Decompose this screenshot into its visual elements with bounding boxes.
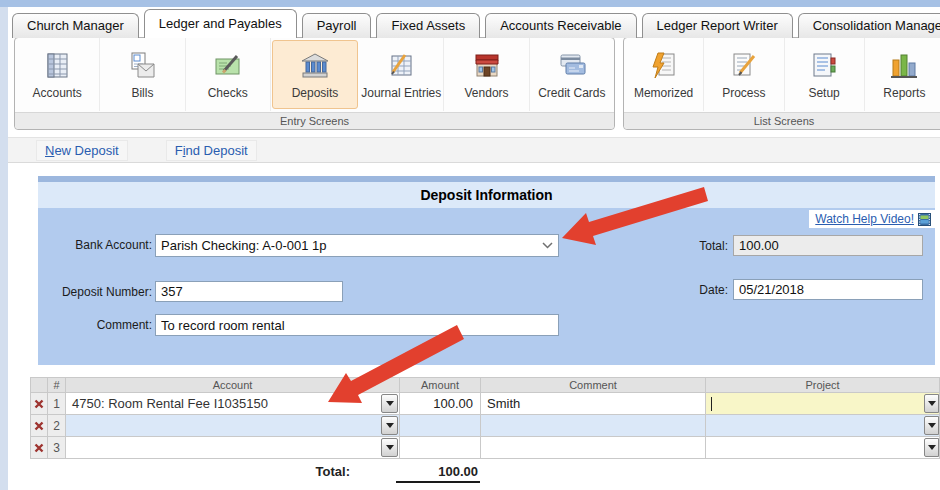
deposit-number-field[interactable] (155, 281, 343, 302)
bills-button-label: Bills (131, 86, 153, 100)
vendors-button[interactable]: Vendors (444, 38, 529, 111)
row1-amount-cell[interactable]: 100.00 (400, 393, 481, 415)
grid-header-row-number: # (48, 377, 66, 393)
deposit-number-label: Deposit Number: (38, 285, 152, 299)
total-field[interactable] (733, 235, 923, 256)
row2-amount-cell[interactable] (400, 415, 481, 437)
row1-account-cell[interactable]: 4750: Room Rental Fee I1035150 (66, 393, 400, 415)
deposit-information-panel: Deposit Information Watch Help Video! Ba… (38, 176, 935, 365)
grid-total-label: Total: (245, 464, 350, 479)
text-cursor (711, 397, 712, 411)
deposits-button-label: Deposits (292, 86, 339, 100)
grid-header-project: Project (706, 377, 940, 393)
row1-comment-cell[interactable]: Smith (481, 393, 706, 415)
row3-project-dropdown[interactable] (924, 438, 939, 457)
row1-delete-button[interactable] (30, 393, 48, 415)
accounts-button-label: Accounts (32, 86, 81, 100)
list-screens-caption: List Screens (624, 112, 940, 129)
checks-pen-icon (211, 51, 245, 81)
delete-x-icon (34, 399, 44, 409)
credit-cards-icon (555, 51, 589, 81)
row2-comment-cell[interactable] (481, 415, 706, 437)
entry-buttons-row: Accounts Bills Checks (15, 38, 614, 111)
dropdown-arrow-icon (928, 445, 936, 450)
reports-button-label: Reports (883, 86, 925, 100)
row1-comment-value: Smith (487, 396, 520, 411)
comment-field[interactable] (155, 314, 559, 336)
storefront-icon (470, 51, 504, 81)
row3-amount-cell[interactable] (400, 437, 481, 459)
accounts-button[interactable]: Accounts (15, 38, 100, 111)
row2-project-cell[interactable] (706, 415, 940, 437)
row2-account-cell[interactable] (66, 415, 400, 437)
vendors-button-label: Vendors (465, 86, 509, 100)
row2-delete-button[interactable] (30, 415, 48, 437)
journal-pencil-icon (384, 51, 418, 81)
entry-screens-caption: Entry Screens (15, 112, 614, 129)
tab-consolidation-manager[interactable]: Consolidation Manager (798, 13, 940, 38)
checks-button[interactable]: Checks (186, 38, 271, 111)
row1-account-dropdown[interactable] (381, 394, 398, 413)
deposit-links-bar: New Deposit Find Deposit (8, 137, 940, 163)
grid-header-amount: Amount (400, 377, 481, 393)
tab-ledger-and-payables[interactable]: Ledger and Payables (144, 9, 297, 38)
bank-building-icon (298, 51, 332, 81)
find-deposit-link[interactable]: Find Deposit (166, 140, 257, 161)
row1-number: 1 (48, 393, 66, 415)
credit-cards-button-label: Credit Cards (538, 86, 605, 100)
date-label: Date: (678, 283, 728, 297)
bank-account-select[interactable]: Parish Checking: A-0-001 1p (155, 234, 559, 257)
bills-button[interactable]: Bills (100, 38, 185, 111)
setup-button-label: Setup (808, 86, 839, 100)
process-button[interactable]: Process (704, 38, 784, 111)
row3-account-dropdown[interactable] (381, 438, 398, 457)
tab-church-manager[interactable]: Church Manager (12, 13, 139, 38)
setup-button[interactable]: Setup (785, 38, 865, 111)
reports-button[interactable]: Reports (865, 38, 940, 111)
dropdown-arrow-icon (386, 445, 394, 450)
row3-account-cell[interactable] (66, 437, 400, 459)
bank-account-label: Bank Account: (38, 238, 152, 252)
credit-cards-button[interactable]: Credit Cards (530, 38, 614, 111)
memorized-button-label: Memorized (634, 86, 693, 100)
row2-project-dropdown[interactable] (924, 416, 939, 435)
book-tabs-icon (807, 51, 841, 81)
total-label: Total: (678, 239, 728, 253)
tab-fixed-assets[interactable]: Fixed Assets (376, 13, 480, 38)
journal-entries-button[interactable]: Journal Entries (359, 38, 444, 111)
new-deposit-link[interactable]: New Deposit (36, 140, 128, 161)
deposit-panel-title: Deposit Information (38, 182, 935, 208)
row2-number: 2 (48, 415, 66, 437)
row3-project-cell[interactable] (706, 437, 940, 459)
bar-chart-icon (887, 51, 921, 81)
row1-project-dropdown[interactable] (924, 394, 939, 413)
memorized-button[interactable]: Memorized (624, 38, 704, 111)
row1-account-value: 4750: Room Rental Fee I1035150 (72, 396, 268, 411)
dropdown-arrow-icon (386, 423, 394, 428)
date-field[interactable] (733, 279, 923, 300)
row1-project-cell[interactable] (706, 393, 940, 415)
chevron-down-icon (542, 242, 553, 249)
list-buttons-row: Memorized Process Setup (624, 38, 940, 111)
row2-account-dropdown[interactable] (381, 416, 398, 435)
entry-screens-panel: Accounts Bills Checks (14, 37, 615, 130)
window-left-strip (0, 7, 8, 490)
grid-total-value: 100.00 (380, 464, 478, 479)
dropdown-arrow-icon (928, 423, 936, 428)
window-top-strip (0, 0, 940, 7)
watch-help-video-link[interactable]: Watch Help Video! (815, 212, 914, 226)
delete-x-icon (34, 421, 44, 431)
process-button-label: Process (722, 86, 765, 100)
grid-total-underline (396, 481, 480, 483)
tab-accounts-receivable[interactable]: Accounts Receivable (485, 13, 636, 38)
dropdown-arrow-icon (386, 401, 394, 406)
deposits-button[interactable]: Deposits (272, 40, 358, 109)
grid-header-account: Account (66, 377, 400, 393)
tab-payroll[interactable]: Payroll (302, 13, 372, 38)
row3-comment-cell[interactable] (481, 437, 706, 459)
row3-number: 3 (48, 437, 66, 459)
doc-pencil-icon (727, 51, 761, 81)
row3-delete-button[interactable] (30, 437, 48, 459)
tab-ledger-report-writer[interactable]: Ledger Report Writer (642, 13, 793, 38)
dropdown-arrow-icon (928, 401, 936, 406)
